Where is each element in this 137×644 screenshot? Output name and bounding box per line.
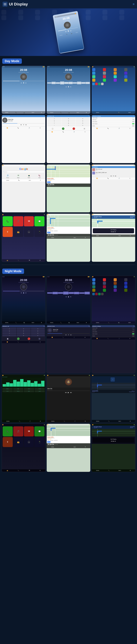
night-carplay-music[interactable]: 🎵 [13,426,23,436]
auto-connect-toggle[interactable] [132,123,134,124]
statusbar: 📶 🔋 [92,276,135,278]
key-5[interactable]: 5 [62,120,76,122]
key-1[interactable]: 1 [47,118,61,120]
day-social-music-screen: 📶🔋 SocialMusic 华体_河北.mp3 Local 华体_石家庄_龙泽… [92,164,135,212]
coffee-panel: Sunny Coffee Modern Restaurant ★★★★☆ Ope… [47,226,90,234]
flower-toggle[interactable] [132,336,134,336]
night-eta-nav: EMAIL📞NAVI⚙ [92,469,135,472]
key-6[interactable]: 6 [76,120,90,122]
carplay-app2[interactable]: 📻 [13,227,23,237]
waveform [47,81,90,85]
key-8[interactable]: 8 [17,332,30,334]
device-name-value: CarBT [132,118,134,118]
key-star[interactable]: * [2,334,16,336]
go-button[interactable]: GO [47,182,50,183]
key-hash[interactable]: # [76,124,90,126]
key-8[interactable]: 8 [62,122,76,124]
key-3[interactable]: 3 [76,118,90,120]
menu-icon[interactable] [2,2,8,7]
night-carplay-messages[interactable]: 💬 [34,426,44,436]
call-controls: 📋 📞 📞 ⚙ [47,127,90,130]
night-bt-settings-sim: Bluetooth_Settings ✕ Device name CarBT D… [92,325,135,373]
nav-icon[interactable]: ≡ [133,2,134,6]
key-9[interactable]: 9 [76,122,90,124]
night-carplay-app4[interactable]: 📱 [34,437,44,447]
key-1[interactable]: 1 [2,328,16,330]
nav-bar: EMAIL📞📷NAVI [92,321,135,324]
key-4[interactable]: 4 [47,120,61,122]
end-btn[interactable]: 📞 [28,338,30,340]
key-star[interactable]: * [47,124,61,126]
carplay-app3[interactable]: 🎧 [24,227,34,237]
key-4[interactable]: 4 [2,330,16,332]
go-btn[interactable]: GO [47,232,50,233]
carplay-messages[interactable]: 💬 [34,216,44,226]
day-google-screen: 📶🔋 Google 🔍 Search 🎵 Music 🗺 Maps 📺 [2,164,46,212]
key-9[interactable]: 9 [31,332,45,334]
carplay-phone[interactable]: 📞 [3,216,13,226]
key-5[interactable]: 5 [17,330,30,332]
key-3[interactable]: 3 [31,328,45,330]
search-bar[interactable]: 🔍 Search [3,171,44,173]
auto-answer-toggle[interactable] [132,121,134,122]
nav-bar: EMAIL📞📷NAVI⚙ [2,111,45,114]
subtitle: A stunning display of nature [47,72,90,73]
key-7[interactable]: 7 [2,332,16,334]
key-hash[interactable]: # [31,334,45,336]
time-display: 20:08 [2,68,45,72]
end-btn[interactable]: 📞 [72,128,75,130]
track-artist: Music Artist [8,121,13,122]
night-carplay-app2[interactable]: 📻 [13,437,23,447]
carplay-app4[interactable]: 📱 [34,227,44,237]
night-bt-music-title: Bluetooth_Music ✕ [47,325,90,327]
day-carplay-screen: 📶 🔋 📞 🎵 🗺 💬 🎙 📻 🎧 📱 📻📞🗺⚙ [2,214,46,262]
flower-label: Flower [92,126,95,126]
auto-connect-toggle[interactable] [132,333,134,334]
auto-answer-toggle[interactable] [132,331,134,332]
track-artist: Music Artist [53,331,58,332]
night-flower-row: Flower [92,335,135,337]
answer-btn[interactable]: 📞 [17,338,20,340]
time-display: 20:08 [47,278,90,282]
key-0[interactable]: 0 [17,334,30,336]
auto-answer-label: Auto answer [92,331,97,332]
night-carplay-podcast[interactable]: 🎙 [3,437,13,447]
answer-btn[interactable]: 📞 [62,128,64,130]
key-6[interactable]: 6 [31,330,45,332]
night-carplay-app3[interactable]: 🎧 [24,437,34,447]
day-maps-coffee-sim: 📶🔋 ☕ Sunny Coffee Modern Restaurant ★★★★… [47,214,90,262]
mode-divider [2,265,135,265]
day-maps-eta-sim: 📶🔋 ↑ Dongliao Road Start on 16:18 ETA 9.… [92,214,135,262]
settings-btn[interactable]: ⚙ [38,338,41,340]
contacts-btn[interactable]: 📋 [6,338,9,340]
night-bt-call-title: Bluetooth_Call ✕ [2,325,45,327]
key-2[interactable]: 2 [17,328,30,330]
carplay-music[interactable]: 🎵 [13,216,23,226]
device-pin-value: 0000 [132,119,134,120]
album-art [20,73,27,80]
night-carplay-phone[interactable]: 📞 [3,426,13,436]
flower-row: Flower [92,125,135,127]
contacts-btn[interactable]: 📋 [51,128,54,130]
device-name-value: CarBT [132,328,134,328]
flower-toggle[interactable] [132,125,134,126]
night-carplay-maps[interactable]: 🗺 [24,426,34,436]
bt-settings-title-text: Bluetooth_Settings [92,116,101,117]
night-bluetooth-settings-screen: Bluetooth_Settings ✕ Device name CarBT D… [92,325,135,373]
key-0[interactable]: 0 [62,124,76,126]
night-equalizer-screen: 📶🔋 EQ Visualizer [2,374,46,422]
key-7[interactable]: 7 [47,122,61,124]
progress-bar [3,291,44,291]
carplay-podcast[interactable]: 🎙 [3,227,13,237]
auto-answer-label: Auto answer [92,121,97,122]
coffee-panel: Sunny Coffee Modern Restaurant ★★★★☆ GO [47,177,90,184]
carplay-maps[interactable]: 🗺 [24,216,34,226]
album-art [65,73,72,80]
settings-btn[interactable]: ⚙ [83,128,86,130]
night-go-btn[interactable]: GO [47,441,50,443]
nav-bar: EMAIL📞📷NAVI [92,111,135,114]
device-name-row: Device name CarBT [92,117,135,119]
day-bt-settings-sim: Bluetooth_Settings ✕ Device name CarBT D… [92,115,135,163]
day-navigation-screen: 📍🔋 📍 Sunny Coff [46,164,90,212]
key-2[interactable]: 2 [62,118,76,120]
